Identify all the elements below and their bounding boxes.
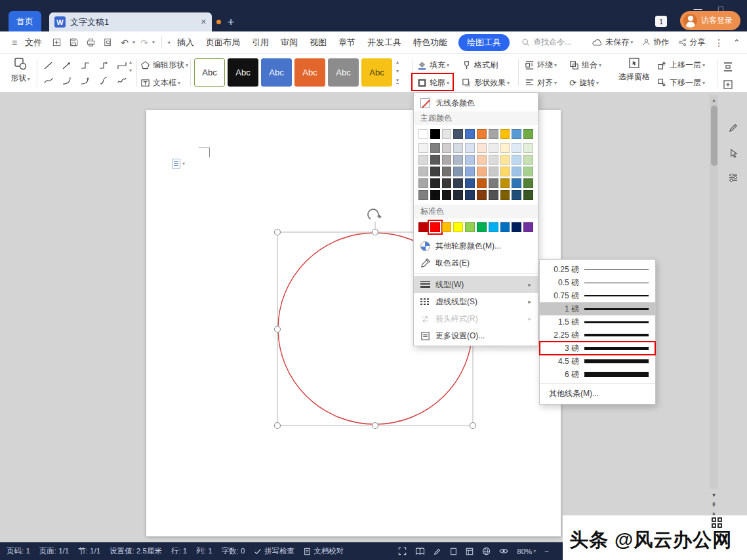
theme-color-swatch[interactable] (500, 178, 510, 188)
theme-color-swatch[interactable] (512, 143, 521, 153)
doc-proof-button[interactable]: 文档校对 (304, 546, 344, 556)
shape-style-tile[interactable]: Abc (361, 58, 392, 87)
collaborate-button[interactable]: 协作 (642, 37, 669, 48)
theme-color-swatch[interactable] (477, 190, 487, 200)
theme-color-swatch[interactable] (500, 190, 510, 200)
status-item[interactable]: 设置值: 2.5厘米 (110, 546, 162, 556)
command-search[interactable]: 查找命令... (521, 37, 571, 48)
theme-color-swatch[interactable] (477, 155, 487, 165)
status-item[interactable]: 页面: 1/1 (39, 546, 69, 556)
line-weight-item[interactable]: 6 磅 (540, 368, 655, 381)
line-weight-item[interactable]: 0.25 磅 (540, 263, 655, 276)
theme-color-swatch[interactable] (489, 143, 498, 153)
shape-style-tile[interactable]: Abc (194, 58, 225, 87)
adjust-sliders-icon[interactable] (725, 170, 741, 186)
line-weight-item[interactable]: 0.5 磅 (540, 276, 655, 289)
fullscreen-icon[interactable] (398, 547, 407, 555)
shapes-button[interactable]: 形状 ▾ (5, 56, 35, 84)
undo-icon[interactable]: ↶ (117, 35, 132, 50)
gallery-up-icon[interactable]: ▴ (129, 59, 132, 65)
standard-color-swatch[interactable] (418, 222, 428, 232)
theme-color-swatch[interactable] (523, 143, 533, 153)
theme-color-swatch[interactable] (489, 167, 498, 176)
theme-color-swatch[interactable] (523, 129, 533, 139)
theme-color-swatch[interactable] (418, 178, 428, 188)
menu-tab[interactable]: 章节 (333, 35, 361, 50)
theme-color-swatch[interactable] (453, 178, 463, 188)
theme-color-swatch[interactable] (465, 143, 475, 153)
theme-color-swatch[interactable] (442, 167, 452, 176)
wrap-button[interactable]: 环绕 ▾ (525, 58, 557, 73)
write-mode-icon[interactable] (434, 548, 441, 555)
more-options-icon[interactable]: ⋮ (714, 37, 723, 48)
theme-color-swatch[interactable] (465, 167, 475, 176)
redo-icon[interactable]: ↷ (136, 35, 152, 50)
theme-color-swatch[interactable] (489, 155, 498, 165)
read-mode-icon[interactable] (415, 548, 425, 555)
ink-pen-icon[interactable] (725, 120, 741, 136)
vertical-scrollbar[interactable]: ▴ (710, 95, 718, 489)
menu-tab[interactable]: 页面布局 (200, 35, 246, 50)
document-tab[interactable]: W 文字文稿1 ✕ (49, 12, 212, 31)
theme-color-swatch[interactable] (442, 129, 452, 139)
menu-tab[interactable]: 特色功能 (407, 35, 453, 50)
standard-color-swatch[interactable] (465, 222, 475, 232)
zoom-control[interactable]: 80% ▾ (517, 548, 536, 555)
dash-style-item[interactable]: 虚线线型(S) ▸ (414, 293, 538, 310)
standard-color-swatch[interactable] (442, 222, 452, 232)
theme-color-swatch[interactable] (418, 129, 428, 139)
menu-tab[interactable]: 插入 (171, 35, 200, 50)
theme-color-swatch[interactable] (418, 143, 428, 153)
line-weight-item[interactable]: 0.75 磅 (540, 289, 655, 302)
styles-more-icon[interactable]: ▾ (396, 77, 399, 84)
theme-color-swatch[interactable] (453, 167, 463, 176)
outline-button[interactable]: 轮廓 ▾ (417, 75, 449, 90)
standard-color-swatch[interactable] (500, 222, 510, 232)
print-preview-icon[interactable] (100, 35, 115, 50)
collapse-ribbon-icon[interactable]: ⌃ (733, 37, 740, 48)
theme-color-swatch[interactable] (453, 129, 463, 139)
theme-color-swatch[interactable] (465, 190, 475, 200)
tab-scroll-left-icon[interactable]: ◂ (167, 39, 170, 45)
edit-shape-button[interactable]: 编辑形状 ▾ (140, 58, 188, 73)
spell-check-button[interactable]: 拼写检查 (254, 546, 294, 556)
menu-tab[interactable]: 引用 (246, 35, 275, 50)
theme-color-swatch[interactable] (512, 178, 521, 188)
theme-color-swatch[interactable] (465, 178, 475, 188)
line-weight-item[interactable]: 2.25 磅 (540, 329, 655, 342)
curve-shape[interactable] (39, 73, 57, 88)
theme-color-swatch[interactable] (430, 190, 440, 200)
curved-connector-shape[interactable] (58, 73, 75, 88)
select-cursor-icon[interactable] (725, 145, 741, 161)
height-width-icon-button[interactable] (723, 77, 733, 92)
globe-icon[interactable] (482, 547, 491, 555)
standard-color-swatch[interactable] (512, 222, 521, 232)
theme-color-swatch[interactable] (430, 178, 440, 188)
theme-color-swatch[interactable] (442, 143, 452, 153)
theme-color-swatch[interactable] (500, 143, 510, 153)
theme-color-swatch[interactable] (430, 155, 440, 165)
zoom-value[interactable]: 80% (517, 548, 532, 555)
status-item[interactable]: 页码: 1 (7, 546, 30, 556)
shape-style-tile[interactable]: Abc (328, 58, 359, 87)
no-line-color-item[interactable]: 无线条颜色 (414, 94, 538, 111)
bring-forward-button[interactable]: 上移一层 ▾ (657, 58, 705, 73)
save-status-button[interactable]: 未保存 ▾ (592, 37, 633, 48)
web-layout-icon[interactable] (466, 548, 474, 555)
home-tab-button[interactable]: 首页 (9, 11, 41, 31)
theme-color-swatch[interactable] (500, 129, 510, 139)
menu-tab[interactable]: 审阅 (275, 35, 304, 50)
standard-color-swatch[interactable] (489, 222, 498, 232)
scrollbar-thumb[interactable] (711, 106, 717, 166)
theme-color-swatch[interactable] (442, 190, 452, 200)
curved-arrow-connector-shape[interactable] (76, 73, 94, 88)
status-item[interactable]: 列: 1 (196, 546, 212, 556)
drawing-tools-tab[interactable]: 绘图工具 (458, 34, 510, 51)
hamburger-menu-icon[interactable]: ≡ (7, 35, 22, 50)
previous-page-icon[interactable]: ⇞ (710, 501, 718, 508)
theme-color-swatch[interactable] (489, 129, 498, 139)
line-style-item[interactable]: 线型(W) ▸ (414, 276, 538, 293)
group-button[interactable]: 组合 ▾ (569, 58, 601, 73)
share-button[interactable]: 分享 (678, 37, 705, 48)
menu-tab[interactable]: 视图 (304, 35, 333, 50)
